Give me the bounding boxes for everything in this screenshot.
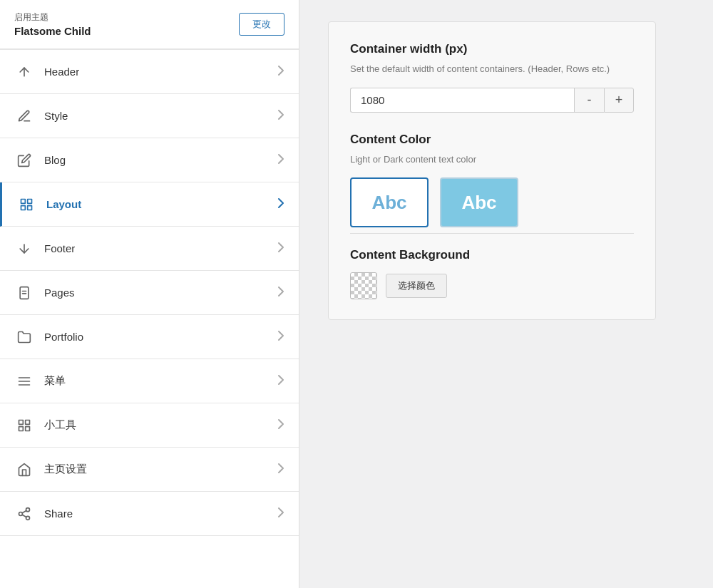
- sidebar-item-portfolio[interactable]: Portfolio: [0, 315, 299, 359]
- sidebar-item-label-header: Header: [44, 66, 277, 78]
- sidebar-item-label-blog: Blog: [44, 154, 277, 166]
- sidebar-item-header[interactable]: Header: [0, 50, 299, 94]
- chevron-icon-menu: [277, 374, 284, 388]
- footer-icon: [14, 242, 34, 256]
- nav-list: Header Style Blog Layout: [0, 50, 299, 536]
- chevron-icon-widgets: [277, 418, 284, 432]
- container-width-input-row: - +: [350, 88, 634, 113]
- svg-rect-13: [26, 420, 30, 424]
- sidebar-item-menu[interactable]: 菜单: [0, 359, 299, 403]
- sidebar-item-footer[interactable]: Footer: [0, 227, 299, 271]
- decrement-button[interactable]: -: [574, 88, 604, 113]
- svg-rect-12: [19, 420, 24, 424]
- svg-rect-15: [19, 426, 24, 430]
- layout-icon: [16, 197, 36, 212]
- chevron-icon-header: [277, 65, 284, 78]
- chevron-icon-share: [277, 507, 284, 520]
- sidebar-item-pages[interactable]: Pages: [0, 271, 299, 315]
- menu-icon: [14, 374, 34, 388]
- color-checker-preview: [350, 272, 377, 299]
- sidebar-item-label-share: Share: [44, 507, 277, 520]
- sidebar-item-layout[interactable]: Layout: [0, 182, 299, 227]
- bg-picker-row: 选择颜色: [350, 272, 634, 299]
- content-background-title: Content Background: [350, 248, 634, 262]
- light-color-option[interactable]: Abc: [350, 177, 429, 227]
- style-icon: [14, 109, 34, 123]
- widgets-icon: [14, 418, 34, 433]
- dark-abc-label: Abc: [461, 192, 496, 214]
- sidebar-item-label-menu: 菜单: [44, 374, 277, 388]
- sidebar-item-label-pages: Pages: [44, 287, 277, 299]
- sidebar-item-label-homepage: 主页设置: [44, 463, 277, 476]
- change-theme-button[interactable]: 更改: [239, 13, 284, 36]
- sidebar-item-blog[interactable]: Blog: [0, 138, 299, 182]
- sidebar-item-share[interactable]: Share: [0, 492, 299, 536]
- container-width-desc: Set the default width of content contain…: [350, 62, 634, 76]
- chevron-icon-portfolio: [277, 330, 284, 344]
- pick-color-button[interactable]: 选择颜色: [386, 274, 447, 298]
- chevron-icon-footer: [277, 242, 284, 255]
- light-abc-label: Abc: [371, 192, 406, 214]
- pages-icon: [14, 286, 34, 300]
- svg-rect-4: [21, 205, 26, 210]
- sidebar-item-label-portfolio: Portfolio: [44, 331, 277, 343]
- sidebar-item-label-footer: Footer: [44, 242, 277, 254]
- portfolio-icon: [14, 330, 34, 344]
- sidebar-header: 启用主题 Flatsome Child 更改: [0, 0, 299, 49]
- sidebar-header-text: 启用主题 Flatsome Child: [14, 11, 91, 37]
- chevron-icon-pages: [277, 286, 284, 299]
- color-options: Abc Abc: [350, 177, 634, 227]
- chevron-icon-style: [277, 109, 284, 123]
- container-width-input[interactable]: [350, 88, 574, 113]
- blog-icon: [14, 153, 34, 167]
- theme-name: Flatsome Child: [14, 25, 91, 37]
- settings-panel: Container width (px) Set the default wid…: [328, 21, 656, 320]
- header-icon: [14, 65, 34, 79]
- chevron-icon-blog: [277, 153, 284, 167]
- chevron-icon-homepage: [277, 463, 284, 476]
- dark-color-option[interactable]: Abc: [440, 177, 518, 227]
- svg-rect-1: [21, 199, 26, 203]
- chevron-icon-layout: [277, 197, 284, 211]
- increment-button[interactable]: +: [604, 88, 634, 113]
- svg-line-19: [22, 515, 26, 517]
- container-width-title: Container width (px): [350, 42, 634, 56]
- main-content: Container width (px) Set the default wid…: [299, 0, 713, 588]
- content-color-title: Content Color: [350, 133, 634, 147]
- homepage-icon: [14, 463, 34, 477]
- section-divider: [350, 233, 634, 234]
- sidebar-item-widgets[interactable]: 小工具: [0, 403, 299, 448]
- sidebar-item-label-style: Style: [44, 110, 277, 122]
- svg-rect-2: [28, 199, 32, 203]
- share-icon: [14, 507, 34, 521]
- sidebar-item-label-layout: Layout: [46, 198, 277, 210]
- sidebar-item-homepage[interactable]: 主页设置: [0, 448, 299, 492]
- sidebar: 启用主题 Flatsome Child 更改 Header Style: [0, 0, 299, 588]
- theme-label: 启用主题: [14, 11, 91, 24]
- svg-rect-14: [26, 426, 30, 430]
- sidebar-item-style[interactable]: Style: [0, 94, 299, 138]
- svg-line-20: [22, 510, 26, 512]
- sidebar-item-label-widgets: 小工具: [44, 418, 277, 432]
- svg-rect-3: [28, 205, 32, 210]
- content-color-desc: Light or Dark content text color: [350, 153, 634, 167]
